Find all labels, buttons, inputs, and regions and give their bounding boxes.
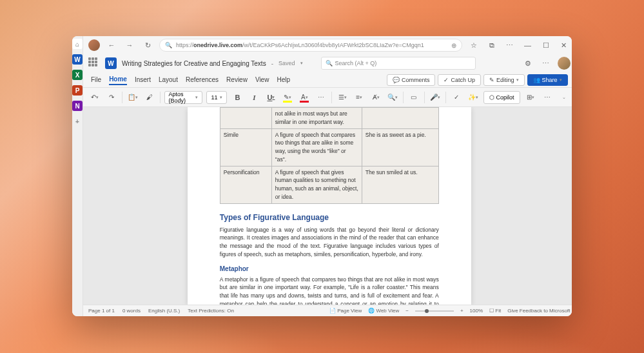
- settings-icon[interactable]: ⚙: [522, 57, 534, 70]
- table-view-button[interactable]: ⊞▾: [524, 91, 537, 104]
- heading-metaphor[interactable]: Metaphor: [220, 264, 439, 274]
- web-view-button[interactable]: 🌐 Web View: [368, 308, 399, 314]
- ribbon-more-button[interactable]: ⋯: [541, 91, 554, 104]
- clear-format-button[interactable]: A̸▾: [369, 91, 382, 104]
- add-app-icon[interactable]: +: [72, 116, 83, 126]
- zoom-slider[interactable]: [415, 310, 454, 312]
- onenote-rail-icon[interactable]: N: [72, 101, 83, 111]
- page-view-button[interactable]: 📄 Page View: [329, 308, 362, 314]
- zoom-level[interactable]: 100%: [470, 308, 483, 314]
- ribbon-tabs: File Home Insert Layout References Revie…: [83, 72, 572, 88]
- font-size-select[interactable]: 11▾: [206, 91, 227, 104]
- maximize-button[interactable]: ☐: [540, 39, 552, 52]
- powerpoint-rail-icon[interactable]: P: [72, 85, 83, 96]
- header-more-icon[interactable]: ⋯: [540, 57, 552, 70]
- dictate-button[interactable]: 🎤▾: [429, 91, 442, 104]
- table-cell[interactable]: [362, 108, 438, 129]
- format-painter-button[interactable]: 🖌: [143, 91, 156, 104]
- app-window: ⌂ W X P N + ← → ↻ 🔍 https://onedrive.liv…: [72, 36, 572, 316]
- table-cell[interactable]: The sun smiled at us.: [362, 166, 438, 203]
- underline-button[interactable]: U▾: [264, 91, 277, 104]
- left-app-rail: ⌂ W X P N +: [72, 36, 83, 316]
- forward-button[interactable]: →: [123, 39, 136, 52]
- address-bar[interactable]: 🔍 https://onedrive.live.com/w/t/EaCKkPs6…: [159, 39, 462, 52]
- tab-layout[interactable]: Layout: [159, 75, 178, 85]
- figurative-table[interactable]: not alike in most ways but are similar i…: [220, 107, 439, 204]
- tab-review[interactable]: Review: [226, 75, 248, 85]
- table-cell[interactable]: A figure of speech that gives human qual…: [271, 166, 362, 203]
- align-button[interactable]: ≡▾: [353, 91, 366, 104]
- highlight-button[interactable]: ✎▾: [281, 91, 294, 104]
- minimize-button[interactable]: —: [522, 39, 534, 52]
- tab-insert[interactable]: Insert: [135, 75, 151, 85]
- ribbon-toolbar: ↶▾ ↷ 📋▾ 🖌 Aptos (Body)▾ 11▾ B I U▾ ✎▾ A▾…: [83, 88, 572, 107]
- word-count[interactable]: 0 words: [122, 308, 141, 314]
- ribbon-collapse-button[interactable]: ⌄: [558, 91, 571, 104]
- table-cell[interactable]: A figure of speech that compares two thi…: [271, 128, 362, 166]
- tab-references[interactable]: References: [186, 75, 219, 85]
- tab-help[interactable]: Help: [277, 75, 290, 85]
- para-intro[interactable]: Figurative language is a way of using wo…: [220, 226, 439, 259]
- designer-button[interactable]: ✨▾: [467, 91, 480, 104]
- favorite-button[interactable]: ☆: [467, 39, 480, 52]
- table-cell[interactable]: not alike in most ways but are similar i…: [271, 108, 362, 129]
- profile-avatar-small[interactable]: [88, 39, 100, 51]
- document-title[interactable]: Writing Strategies for Creative and Enga…: [122, 60, 266, 67]
- share-button[interactable]: 👥 Share ▾: [527, 74, 568, 86]
- app-launcher-icon[interactable]: [88, 57, 100, 69]
- table-cell[interactable]: Personification: [220, 166, 271, 203]
- tab-view[interactable]: View: [255, 75, 269, 85]
- text-predictions[interactable]: Text Predictions: On: [188, 308, 234, 314]
- home-icon[interactable]: ⌂: [72, 39, 83, 49]
- comments-button[interactable]: 💬 Comments: [387, 74, 436, 86]
- editor-button[interactable]: ✓: [450, 91, 463, 104]
- para-metaphor[interactable]: A metaphor is a figure of speech that co…: [220, 276, 439, 305]
- excel-rail-icon[interactable]: X: [72, 70, 83, 80]
- table-cell[interactable]: She is as sweet as a pie.: [362, 128, 438, 166]
- more-font-button[interactable]: ⋯: [315, 91, 327, 104]
- table-cell[interactable]: [220, 108, 271, 129]
- shapes-button[interactable]: ▭: [407, 91, 420, 104]
- title-dropdown-icon[interactable]: ▾: [300, 61, 303, 66]
- search-placeholder: Search (Alt + Q): [335, 60, 377, 66]
- heading-types[interactable]: Types of Figurative Language: [220, 212, 439, 223]
- back-button[interactable]: ←: [105, 39, 118, 52]
- user-avatar[interactable]: [558, 57, 571, 70]
- more-button[interactable]: ⋯: [503, 39, 516, 52]
- refresh-button[interactable]: ↻: [141, 39, 154, 52]
- italic-button[interactable]: I: [248, 91, 260, 104]
- undo-button[interactable]: ↶▾: [88, 91, 101, 104]
- document-page[interactable]: not alike in most ways but are similar i…: [188, 107, 471, 305]
- paste-button[interactable]: 📋▾: [126, 91, 139, 104]
- search-icon: 🔍: [326, 60, 333, 66]
- collections-button[interactable]: ⧉: [485, 39, 498, 52]
- find-button[interactable]: 🔍▾: [386, 91, 399, 104]
- copilot-button[interactable]: ⬡ Copilot: [483, 91, 520, 104]
- language-indicator[interactable]: English (U.S.): [148, 308, 180, 314]
- bullets-button[interactable]: ☰▾: [336, 91, 349, 104]
- font-color-button[interactable]: A▾: [298, 91, 311, 104]
- url-text: https://onedrive.live.com/w/t/EaCKkPs6Ac…: [176, 42, 424, 48]
- zoom-out-button[interactable]: −: [405, 308, 409, 314]
- page-indicator[interactable]: Page 1 of 1: [88, 308, 115, 314]
- fit-button[interactable]: ☐ Fit: [489, 308, 501, 314]
- tab-home[interactable]: Home: [109, 74, 127, 85]
- catchup-button[interactable]: ✓ Catch Up: [438, 74, 481, 86]
- search-box[interactable]: 🔍 Search (Alt + Q): [321, 57, 476, 70]
- save-status[interactable]: Saved: [278, 60, 295, 66]
- table-cell[interactable]: Simile: [220, 128, 271, 166]
- redo-button[interactable]: ↷: [105, 91, 118, 104]
- tab-file[interactable]: File: [91, 75, 101, 85]
- word-app-icon: W: [105, 57, 117, 69]
- bold-button[interactable]: B: [231, 91, 244, 104]
- zoom-in-button[interactable]: +: [460, 308, 463, 314]
- close-button[interactable]: ✕: [558, 39, 571, 52]
- feedback-link[interactable]: Give Feedback to Microsoft: [507, 308, 570, 314]
- editing-mode-button[interactable]: ✎ Editing ▾: [483, 74, 525, 86]
- titlebar: ← → ↻ 🔍 https://onedrive.live.com/w/t/Ea…: [83, 36, 572, 54]
- document-canvas[interactable]: not alike in most ways but are similar i…: [83, 107, 572, 305]
- status-bar: Page 1 of 1 0 words English (U.S.) Text …: [83, 305, 572, 316]
- font-family-select[interactable]: Aptos (Body)▾: [164, 91, 203, 104]
- translate-icon[interactable]: ⊕: [451, 42, 456, 49]
- word-rail-icon[interactable]: W: [72, 54, 83, 65]
